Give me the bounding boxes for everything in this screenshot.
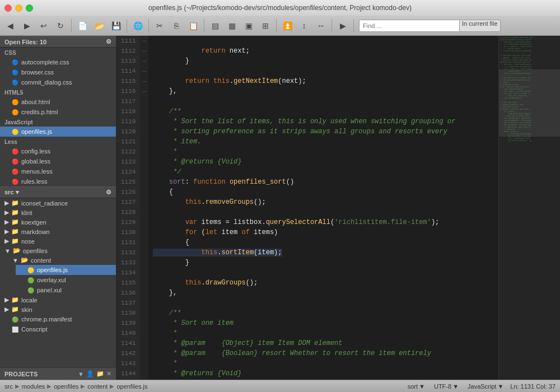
new-file-button[interactable]: 📄 (74, 18, 90, 34)
minimize-button[interactable] (15, 4, 22, 12)
close-button[interactable] (4, 4, 12, 12)
sidebar-item-global-less[interactable]: 🔴 global.less (0, 156, 116, 166)
run-button[interactable]: ▶ (335, 18, 351, 34)
separator-4 (204, 19, 204, 32)
css-file-icon-2: 🔵 (11, 68, 19, 76)
file-name: openfiles.js (37, 267, 68, 273)
css-file-icon-3: 🔵 (11, 78, 19, 86)
view-btn3[interactable]: ▣ (241, 18, 256, 34)
home-button[interactable]: ↩ (36, 18, 52, 34)
folder-iconset[interactable]: ▶ 📁 iconset_radiance (0, 198, 116, 208)
breadcrumb-sep-4: ▶ (110, 383, 114, 389)
projects-close-btn[interactable]: ✕ (106, 370, 111, 377)
folder-name: iconset_radiance (21, 200, 68, 207)
debug-btn2[interactable]: ↕ (296, 18, 312, 34)
file-name: chrome.p.manifest (21, 316, 72, 323)
breadcrumb-src[interactable]: src (4, 383, 13, 390)
fold-1117[interactable]: – (142, 36, 146, 46)
folder-icon-img: 📁 (11, 199, 19, 207)
browse-button[interactable]: 🌐 (130, 18, 146, 34)
src-settings-icon[interactable]: ⚙ (106, 189, 111, 196)
folder-locale[interactable]: ▶ 📁 locale (0, 295, 116, 305)
less-file-icon-2: 🔴 (11, 157, 19, 165)
sidebar-item-menus-less[interactable]: 🔴 menus.less (0, 166, 116, 176)
folder-markdown[interactable]: ▶ 📁 markdown (0, 227, 116, 236)
save-button[interactable]: 💾 (108, 18, 124, 34)
view-btn4[interactable]: ⊞ (258, 18, 273, 34)
forward-button[interactable]: ▶ (19, 18, 35, 34)
sidebar-item-openfiles-js[interactable]: 🟡 openfiles.js (0, 127, 116, 137)
sidebar-item-chrome-manifest[interactable]: 🟢 chrome.p.manifest (0, 314, 116, 324)
language-arrow: ▼ (497, 383, 503, 390)
js-file-icon: 🟡 (11, 128, 19, 136)
search-input[interactable] (359, 20, 460, 32)
breadcrumb-content[interactable]: content (87, 383, 108, 390)
code-content[interactable]: return next; } return this.getNextItem(n… (148, 36, 498, 380)
separator-6 (332, 19, 332, 32)
debug-btn1[interactable]: ⏫ (279, 18, 295, 34)
file-name: menus.less (21, 168, 53, 175)
minimap-viewport[interactable] (499, 69, 560, 137)
encoding-dropdown[interactable]: UTF-8 ▼ (432, 382, 461, 390)
projects-user-btn[interactable]: 👤 (86, 370, 94, 377)
code-container[interactable]: 1111 1112 1113 1114 1115 1116 1117 1118 … (116, 36, 498, 380)
projects-collapse-btn[interactable]: ▼ (78, 370, 84, 377)
sidebar-item-config-less[interactable]: 🔴 config.less (0, 146, 116, 156)
cut-button[interactable]: ✂ (152, 18, 167, 34)
sidebar-item-commit-css[interactable]: 🔵 commit_dialog.css (0, 77, 116, 87)
fold-1148[interactable]: – (142, 86, 146, 96)
breadcrumb-modules[interactable]: modules (22, 383, 45, 390)
conscript-file-icon: ⬜ (11, 325, 19, 333)
folder-arrow: ▶ (4, 199, 9, 207)
sidebar-item-credits-html[interactable]: 🟠 credits.p.html (0, 107, 116, 117)
html5-group-label: HTML5 (0, 87, 116, 97)
sidebar-item-openfiles-js-src[interactable]: 🟡 openfiles.js (16, 265, 116, 275)
breadcrumb-openfiles[interactable]: openfiles (54, 383, 78, 390)
settings-icon[interactable]: ⚙ (106, 38, 111, 45)
folder-nose[interactable]: ▶ 📁 nose (0, 236, 116, 246)
folder-skin[interactable]: ▶ 📁 skin (0, 305, 116, 314)
open-files-section: Open Files: 10 ⚙ CSS 🔵 autocomplete.css … (0, 36, 116, 186)
back-button[interactable]: ◀ (2, 18, 18, 34)
copy-button[interactable]: ⎘ (169, 18, 184, 34)
projects-folder-btn[interactable]: 📁 (96, 370, 104, 377)
breadcrumb-file[interactable]: openfiles.js (116, 383, 147, 390)
sidebar-item-overlay-xul[interactable]: 🟢 overlay.xul (16, 275, 116, 285)
folder-icon-img: 📁 (11, 237, 19, 245)
fold-1146[interactable]: – (142, 76, 146, 86)
window-controls[interactable] (4, 4, 33, 12)
open-files-header[interactable]: Open Files: 10 ⚙ (0, 36, 116, 48)
sidebar-item-about-html[interactable]: 🟠 about.html (0, 97, 116, 107)
editor-main: 1111 1112 1113 1114 1115 1116 1117 1118 … (116, 36, 498, 380)
sort-arrow: ▼ (419, 383, 425, 390)
fold-1130[interactable]: – (142, 56, 146, 66)
html-file-icon: 🟠 (11, 98, 19, 106)
sidebar-item-rules-less[interactable]: 🔴 rules.less (0, 176, 116, 186)
fold-1137[interactable]: – (142, 66, 146, 76)
sidebar-item-autocomplete-css[interactable]: 🔵 autocomplete.css (0, 57, 116, 67)
debug-btn3[interactable]: ↔ (313, 18, 329, 34)
less-file-icon-4: 🔴 (11, 178, 19, 185)
view-btn2[interactable]: ▦ (224, 18, 240, 34)
search-scope[interactable]: In current file (460, 20, 501, 32)
sidebar-item-conscript[interactable]: ⬜ Conscript (0, 324, 116, 334)
less-file-icon-3: 🔴 (11, 167, 19, 175)
folder-name: content (31, 257, 51, 264)
reload-button[interactable]: ↻ (53, 18, 68, 34)
sidebar-item-panel-xul[interactable]: 🟢 panel.xul (16, 285, 116, 295)
paste-button[interactable]: 📋 (185, 18, 201, 34)
fold-1125[interactable]: – (142, 46, 146, 56)
folder-content[interactable]: ▼ 📂 content (8, 255, 116, 265)
folder-klint[interactable]: ▶ 📁 klint (0, 208, 116, 217)
sidebar-item-browser-css[interactable]: 🔵 browser.css (0, 67, 116, 77)
folder-koextgen[interactable]: ▶ 📁 koextgen (0, 217, 116, 227)
view-btn1[interactable]: ▤ (207, 18, 223, 34)
sidebar: Open Files: 10 ⚙ CSS 🔵 autocomplete.css … (0, 36, 116, 380)
open-file-button[interactable]: 📂 (91, 18, 107, 34)
folder-openfiles[interactable]: ▼ 📂 openfiles (0, 246, 116, 255)
js-file-icon-src: 🟡 (27, 266, 35, 274)
src-header[interactable]: src ▾ ⚙ (0, 186, 116, 198)
language-dropdown[interactable]: JavaScript ▼ (465, 382, 506, 390)
sort-dropdown[interactable]: sort ▼ (405, 382, 427, 390)
maximize-button[interactable] (26, 4, 33, 12)
